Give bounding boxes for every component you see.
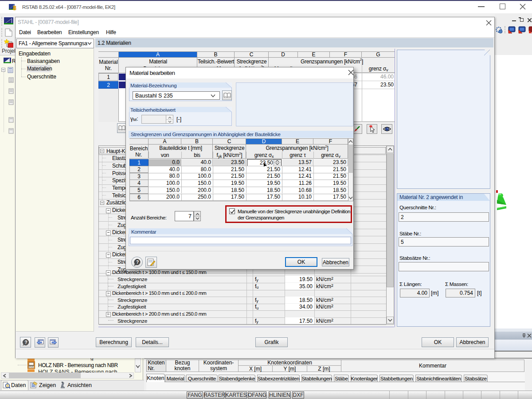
svg-text:?: ?: [136, 260, 139, 265]
svg-text:NBR: NBR: [29, 366, 34, 368]
svg-text:?: ?: [25, 340, 27, 345]
svg-text:R: R: [12, 58, 15, 64]
svg-text:8: 8: [13, 4, 16, 11]
